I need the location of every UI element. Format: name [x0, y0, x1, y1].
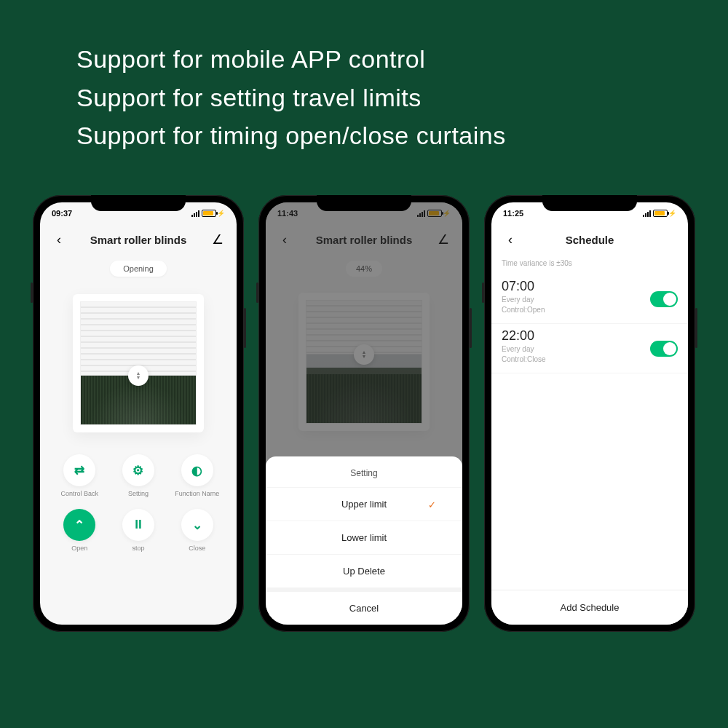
blind-preview: ▲▼ — [73, 294, 204, 432]
schedule-toggle[interactable] — [650, 341, 678, 357]
schedule-time: 07:00 — [502, 279, 678, 294]
clock: 11:25 — [503, 209, 523, 218]
swap-icon: ⇄ — [74, 463, 84, 478]
app-header: ‹ Smart roller blinds ∠ — [40, 224, 237, 255]
setting-label: Setting — [128, 490, 149, 497]
sheet-option-upper-limit[interactable]: Upper limit — [266, 487, 462, 521]
open-label: Open — [71, 545, 87, 552]
control-back-label: Control Back — [61, 490, 99, 497]
setting-button[interactable]: ⚙ Setting — [112, 454, 165, 497]
battery-icon — [653, 210, 668, 217]
function-name-button[interactable]: ◐ Function Name — [170, 454, 223, 497]
signal-icon — [643, 210, 651, 217]
stop-button[interactable]: II stop — [112, 509, 165, 552]
gauge-icon: ◐ — [191, 463, 202, 478]
close-button[interactable]: ⌄ Close — [170, 509, 223, 552]
sheet-option-up-delete[interactable]: Up Delete — [266, 554, 462, 587]
page-title: Smart roller blinds — [90, 234, 187, 246]
schedule-time: 22:00 — [502, 328, 678, 344]
control-back-button[interactable]: ⇄ Control Back — [53, 454, 106, 497]
sheet-title: Setting — [266, 461, 462, 487]
charging-icon: ⚡ — [668, 210, 676, 217]
blind-slats — [81, 302, 196, 376]
schedule-control: Control:Close — [502, 355, 678, 364]
charging-icon: ⚡ — [217, 210, 225, 217]
back-button[interactable]: ‹ — [50, 232, 68, 248]
headline-1: Support for mobile APP control — [76, 40, 728, 79]
blind-drag-handle[interactable]: ▲▼ — [128, 365, 149, 386]
status-pill: Opening — [110, 261, 167, 277]
phone-frame-limits: 11:43 ⚡ ‹ Smart roller blinds ∠ 44% ▲▼ — [258, 195, 470, 632]
schedule-item[interactable]: 07:00 Every day Control:Open — [491, 274, 688, 324]
stop-label: stop — [132, 545, 144, 552]
close-label: Close — [189, 545, 205, 552]
notch — [317, 195, 411, 211]
notch — [542, 195, 637, 211]
headline-3: Support for timing open/close curtains — [76, 116, 728, 155]
open-button[interactable]: ⌃ Open — [53, 509, 106, 552]
app-header: ‹ Schedule — [491, 224, 688, 255]
add-schedule-button[interactable]: Add Schedule — [491, 590, 688, 625]
phone-frame-control: 09:37 ⚡ ‹ Smart roller blinds ∠ Opening … — [33, 195, 244, 632]
signal-icon — [191, 210, 199, 217]
page-title: Schedule — [566, 234, 614, 246]
notch — [91, 195, 186, 211]
variance-hint: Time variance is ±30s — [491, 255, 688, 274]
headline-2: Support for setting travel limits — [76, 79, 728, 117]
sheet-cancel-button[interactable]: Cancel — [266, 587, 462, 625]
schedule-control: Control:Open — [502, 305, 678, 314]
setting-action-sheet: Setting Upper limit Lower limit Up Delet… — [266, 456, 462, 625]
schedule-item[interactable]: 22:00 Every day Control:Close — [491, 324, 688, 373]
chevron-down-icon: ⌄ — [192, 518, 202, 533]
back-button[interactable]: ‹ — [502, 232, 519, 248]
function-name-label: Function Name — [175, 490, 219, 497]
pause-icon: II — [135, 518, 141, 532]
clock: 09:37 — [52, 209, 72, 218]
chevron-up-icon: ⌃ — [74, 518, 84, 533]
gear-icon: ⚙ — [132, 463, 143, 478]
battery-icon — [202, 210, 216, 217]
sheet-option-lower-limit[interactable]: Lower limit — [266, 521, 462, 554]
schedule-toggle[interactable] — [650, 291, 678, 307]
marketing-headlines: Support for mobile APP control Support f… — [0, 0, 728, 155]
edit-button[interactable]: ∠ — [209, 232, 226, 248]
phone-frame-schedule: 11:25 ⚡ ‹ Schedule Time variance is ±30s… — [484, 195, 695, 632]
